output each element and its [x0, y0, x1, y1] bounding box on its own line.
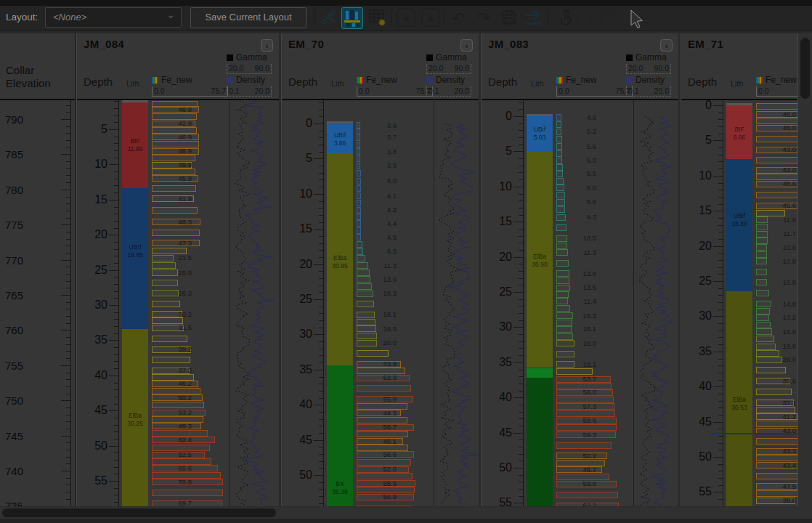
undo-icon[interactable]: ↶	[448, 7, 468, 28]
fe-novalue-label: --	[556, 305, 596, 312]
vertical-scrollbar[interactable]	[797, 33, 812, 507]
depth-tick	[314, 440, 323, 441]
fe-novalue-label: --	[556, 242, 596, 248]
expand-all-icon[interactable]: »	[421, 7, 441, 28]
fe-value-label: 45.7	[556, 466, 596, 474]
fe-novalue-label: --	[756, 209, 796, 216]
depth-tick	[114, 474, 118, 474]
depth-tick	[114, 249, 118, 250]
depth-tick	[718, 485, 723, 486]
depth-tick	[109, 410, 118, 411]
depth-tick	[319, 257, 323, 258]
elevation-tick	[61, 154, 70, 155]
elevation-label: 760	[5, 324, 23, 336]
fe-novalue-label: --	[556, 396, 596, 402]
save-current-layout-button[interactable]: Save Current Layout	[190, 7, 306, 28]
collapse-panel-button[interactable]: ‹	[660, 39, 673, 52]
depth-tick	[314, 370, 323, 370]
table-report-icon[interactable]	[367, 7, 387, 28]
depth-tick	[718, 218, 723, 219]
depth-tick	[109, 481, 118, 482]
gamma-range: 20.090.0	[426, 64, 471, 74]
vertical-scrollbar-thumb[interactable]	[800, 38, 810, 99]
fe-legend: Fe_new	[357, 75, 397, 85]
elevation-tick	[66, 302, 70, 303]
elevation-label: 785	[5, 148, 23, 161]
fe-novalue-label: --	[357, 155, 397, 161]
redo-icon[interactable]: ↷	[474, 7, 494, 28]
depth-tick	[519, 412, 523, 413]
network-icon[interactable]	[318, 7, 338, 28]
chevron-down-icon[interactable]: ⌄	[580, 15, 588, 25]
depth-tick	[718, 478, 723, 479]
depth-tick	[114, 137, 118, 137]
horizontal-scrollbar-thumb[interactable]	[2, 508, 276, 517]
depth-label: 5	[686, 134, 712, 147]
fe-value-label: 41.2	[756, 413, 796, 421]
elevation-tick	[66, 267, 70, 267]
depth-tick	[519, 172, 523, 173]
collapse-panel-button[interactable]: ‹	[460, 39, 473, 52]
depth-tick	[319, 355, 323, 356]
depth-tick	[713, 246, 723, 247]
fe-value-label: 11.6	[756, 216, 796, 224]
depth-tick	[519, 320, 523, 321]
layout-dropdown-value: <None>	[53, 12, 86, 23]
fe-value-label: 31.5	[152, 323, 192, 331]
gamma-max: 90.0	[654, 64, 669, 73]
elevation-tick	[66, 147, 70, 148]
fe-value-label: 25.9	[152, 269, 192, 277]
fe-novalue-label: --	[357, 269, 397, 275]
elevation-tick	[66, 337, 70, 338]
export-icon[interactable]	[523, 7, 543, 28]
help-icon[interactable]: ?	[598, 7, 619, 28]
depth-tick	[513, 151, 523, 152]
fe-novalue-label: --	[357, 227, 397, 233]
elevation-label: 790	[5, 113, 23, 126]
depth-tick	[319, 187, 323, 187]
fe-value-label: 18.0	[556, 339, 596, 347]
elevation-tick	[66, 203, 70, 204]
depth-tick	[114, 284, 118, 285]
depth-tick	[114, 502, 118, 503]
depth-tick	[519, 166, 523, 166]
touch-mode-icon[interactable]	[556, 7, 577, 28]
save-icon[interactable]	[499, 7, 519, 28]
depth-tick	[519, 313, 523, 314]
depth-tick	[114, 192, 118, 193]
depth-tick	[519, 278, 523, 279]
depth-marker-line	[710, 433, 812, 434]
depth-tick	[519, 489, 523, 490]
elevation-tick	[66, 408, 70, 408]
depth-tick	[718, 295, 723, 296]
depth-tick	[519, 426, 523, 426]
horizontal-scrollbar[interactable]	[0, 507, 812, 519]
depth-tick	[519, 102, 523, 103]
gamma-range: 20.090.0	[227, 64, 272, 74]
depth-tick	[114, 101, 118, 102]
depth-label: 10	[686, 169, 712, 182]
depth-tick	[513, 362, 523, 363]
density-max: 20.0	[455, 86, 469, 95]
layout-dropdown[interactable]: <None> ⌄	[45, 7, 182, 28]
depth-tick	[109, 200, 118, 200]
elevation-tick	[61, 190, 70, 190]
depth-tick	[114, 467, 118, 468]
collapse-all-icon[interactable]: «	[396, 7, 416, 28]
collapse-panel-button[interactable]: ‹	[261, 39, 273, 52]
fe-swatch	[556, 77, 563, 84]
elevation-label: 765	[5, 289, 23, 301]
panel-log-body: 0510152025303540455055BIF6.86UBif18.89El…	[681, 100, 812, 506]
depth-tick	[319, 292, 323, 293]
depth-tick	[319, 496, 323, 497]
fe-value-label: 15.8	[756, 328, 796, 336]
depth-tick	[319, 419, 323, 420]
density-max: 20.0	[255, 86, 269, 95]
striplog-view-icon[interactable]	[341, 7, 363, 29]
fe-value-label: 3.9	[357, 161, 397, 169]
depth-tick	[114, 158, 118, 158]
depth-tick	[114, 460, 118, 461]
density-min: 0.1	[429, 86, 439, 95]
depth-label: 45	[486, 426, 512, 439]
elevation-tick	[61, 436, 70, 437]
